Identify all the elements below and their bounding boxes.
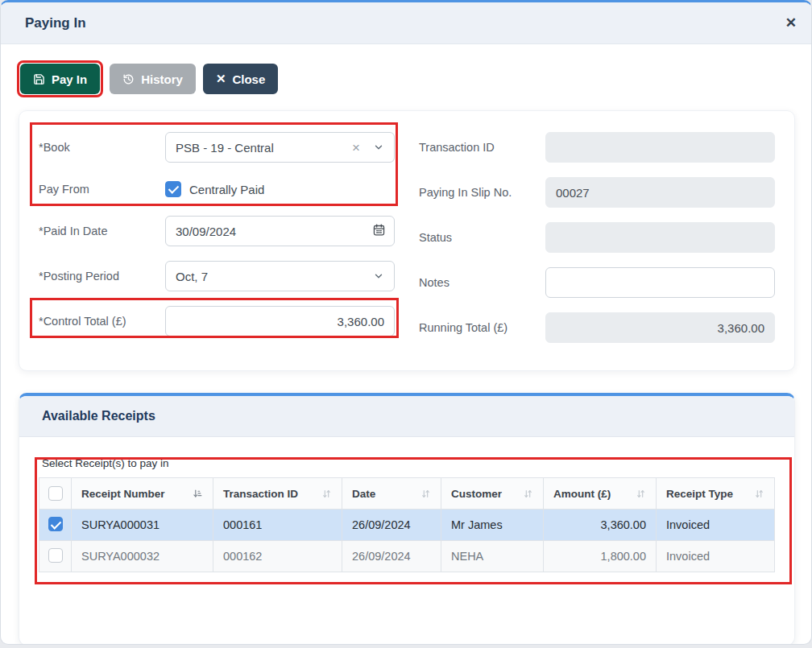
posting-period-row: *Posting Period Oct, 7 [39,261,395,291]
transaction-id-label: Transaction ID [419,141,545,154]
save-icon [33,73,45,85]
pay-from-row: Pay From Centrally Paid [39,177,395,201]
chevron-down-icon[interactable] [373,142,384,153]
close-button-label: Close [232,72,265,86]
paying-in-modal: Paying In ✕ Pay In [0,0,812,645]
clear-icon[interactable]: × [352,141,360,155]
cell-customer: NEHA [441,541,544,572]
cell-customer: Mr James [441,510,544,541]
close-button[interactable]: ✕ Close [203,64,278,94]
status-label: Status [419,231,545,244]
control-total-input[interactable] [165,306,395,336]
cell-transaction-id: 000161 [213,510,342,541]
book-label: *Book [39,141,165,154]
receipt-row-2[interactable]: SURYA000032 000162 26/09/2024 NEHA 1,800… [39,541,775,572]
running-total-row: Running Total (£) [419,312,775,343]
transaction-id-field [545,132,775,163]
column-header-receipt-type[interactable]: Receipt Type [657,478,775,510]
book-row: *Book PSB - 19 - Central × [39,132,395,163]
status-row: Status [419,222,775,253]
table-caption: Select Receipt(s) to pay in [42,457,775,469]
cell-date: 26/09/2024 [342,541,441,572]
book-value: PSB - 19 - Central [176,141,352,155]
select-all-checkbox[interactable] [48,486,63,501]
posting-period-label: *Posting Period [39,270,165,283]
receipts-table: Receipt Number [39,477,775,572]
notes-label: Notes [419,276,545,289]
notes-row: Notes [419,267,775,298]
cell-receipt-type: Invoiced [657,510,775,541]
modal-close-icon[interactable]: ✕ [785,16,797,30]
toolbar: Pay In History ✕ Close [17,60,278,97]
cell-receipt-number: SURYA000032 [72,541,213,572]
column-header-transaction-id[interactable]: Transaction ID [213,478,342,510]
cell-receipt-number: SURYA000031 [72,510,213,541]
sort-both-icon[interactable] [523,489,533,499]
control-total-label: *Control Total (£) [39,315,165,328]
posting-period-value: Oct, 7 [176,270,373,283]
paying-in-slip-label: Paying In Slip No. [419,186,545,199]
paying-in-form-card: *Book PSB - 19 - Central × Pay From Cent… [19,110,795,371]
select-all-header [39,478,72,510]
cell-transaction-id: 000162 [213,541,342,572]
history-button-label: History [141,72,183,86]
paying-in-slip-row: Paying In Slip No. [419,177,775,208]
sort-both-icon[interactable] [636,489,646,499]
posting-period-select[interactable]: Oct, 7 [165,261,395,291]
pay-from-label: Pay From [39,183,165,196]
history-button[interactable]: History [110,64,196,94]
column-header-date[interactable]: Date [342,478,441,510]
pay-in-button[interactable]: Pay In [20,64,100,94]
control-total-row: *Control Total (£) [39,306,395,336]
chevron-down-icon [373,270,384,282]
form-left-column: *Book PSB - 19 - Central × Pay From Cent… [39,132,395,370]
table-header-row: Receipt Number [39,478,775,510]
close-x-icon: ✕ [216,72,226,86]
notes-field[interactable] [545,267,775,298]
running-total-label: Running Total (£) [419,321,545,334]
sort-both-icon[interactable] [754,489,764,499]
cell-amount: 1,800.00 [544,541,657,572]
available-receipts-card: Available Receipts Select Receipt(s) to … [19,393,795,645]
section-title: Available Receipts [42,409,155,423]
pay-in-annotation-box: Pay In [17,60,103,97]
paid-in-date-input[interactable] [165,216,395,246]
transaction-id-row: Transaction ID [419,132,775,163]
sort-both-icon[interactable] [420,489,431,499]
receipt-row-1[interactable]: SURYA000031 000161 26/09/2024 Mr James 3… [39,510,775,541]
paid-in-date-row: *Paid In Date [39,216,395,246]
column-header-receipt-number[interactable]: Receipt Number [72,478,213,510]
available-receipts-header: Available Receipts [19,396,794,437]
form-right-column: Transaction ID Paying In Slip No. Status… [419,132,775,370]
book-select[interactable]: PSB - 19 - Central × [165,132,395,163]
history-icon [122,73,135,85]
centrally-paid-checkbox[interactable] [165,181,181,197]
cell-receipt-type: Invoiced [657,541,775,572]
cell-amount: 3,360.00 [544,510,657,541]
running-total-field [545,312,775,343]
paying-in-slip-field [545,177,775,208]
modal-header: Paying In ✕ [1,2,811,44]
row-checkbox[interactable] [48,517,63,531]
paid-in-date-label: *Paid In Date [39,225,165,237]
centrally-paid-label: Centrally Paid [189,183,264,196]
pay-in-button-label: Pay In [52,72,87,86]
cell-date: 26/09/2024 [342,510,441,541]
row-checkbox[interactable] [48,548,63,563]
column-header-customer[interactable]: Customer [441,478,544,510]
status-field [545,222,775,253]
page-title: Paying In [25,15,785,31]
sort-amount-down-icon[interactable] [193,489,203,499]
column-header-amount[interactable]: Amount (£) [544,478,657,510]
sort-both-icon[interactable] [321,489,332,499]
